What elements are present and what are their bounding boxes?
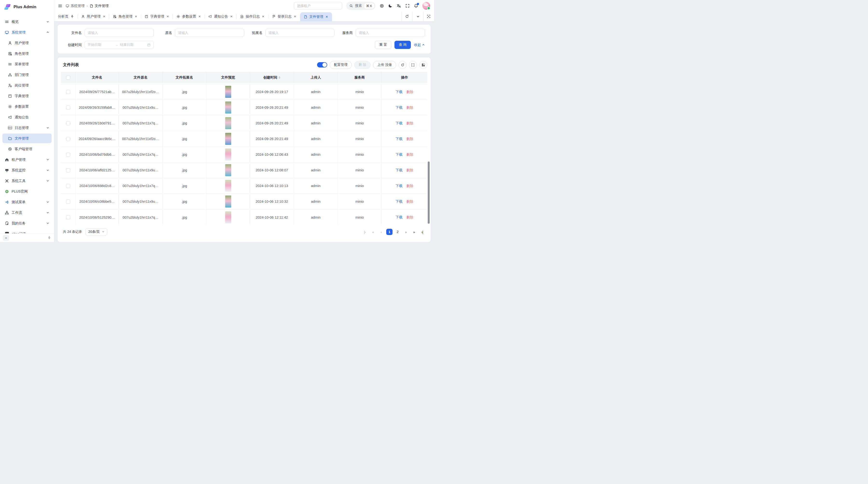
sidebar-item-test-menu[interactable]: 测试菜单: [2, 197, 52, 207]
delete-link[interactable]: 删除: [406, 152, 413, 157]
file-preview-image[interactable]: [225, 195, 231, 207]
download-link[interactable]: 下载: [396, 137, 403, 141]
tab-dict-management[interactable]: 字典管理 ✕: [141, 11, 173, 21]
next-page-icon[interactable]: ›: [403, 229, 409, 235]
sidebar-item-param-settings[interactable]: 参数设置: [2, 102, 52, 111]
file-preview-image[interactable]: [225, 86, 231, 98]
download-link[interactable]: 下载: [396, 184, 403, 188]
file-preview-image[interactable]: [225, 101, 231, 114]
tab-file-management[interactable]: 文件管理 ✕: [300, 12, 332, 21]
column-settings-icon[interactable]: [419, 61, 427, 69]
sidebar-item-client-management[interactable]: 客户端管理: [2, 144, 52, 154]
row-checkbox[interactable]: [66, 137, 70, 141]
original-name-input[interactable]: [175, 29, 244, 37]
select-all-checkbox[interactable]: [66, 75, 70, 79]
last-page-icon[interactable]: ›|: [419, 229, 425, 235]
sidebar-collapse-button[interactable]: «: [3, 235, 9, 241]
sidebar-toggle-icon[interactable]: [58, 4, 62, 8]
tabs-menu-chevron-icon[interactable]: [412, 11, 423, 21]
sidebar-item-tenant-management[interactable]: 租户管理: [2, 155, 52, 164]
table-scrollbar-thumb[interactable]: [428, 161, 430, 224]
sidebar-item-post-management[interactable]: 岗位管理: [2, 80, 52, 90]
sort-icons[interactable]: [278, 76, 280, 79]
close-icon[interactable]: ✕: [261, 15, 265, 18]
close-icon[interactable]: ✕: [293, 15, 297, 18]
row-checkbox[interactable]: [66, 105, 70, 110]
col-create-time[interactable]: 创建时间: [250, 72, 294, 83]
row-checkbox[interactable]: [66, 121, 70, 125]
tenant-select[interactable]: [294, 2, 342, 10]
download-link[interactable]: 下载: [396, 215, 403, 220]
sidebar-item-log-management[interactable]: DEV 日志管理: [2, 123, 52, 133]
download-link[interactable]: 下载: [396, 168, 403, 172]
page-number-1[interactable]: 1: [386, 229, 393, 235]
download-link[interactable]: 下载: [396, 152, 403, 157]
breadcrumb-parent[interactable]: 系统管理: [66, 4, 85, 8]
jump-back-icon[interactable]: «: [370, 229, 376, 235]
search-toggle[interactable]: [317, 62, 327, 67]
file-preview-image[interactable]: [225, 133, 231, 145]
sidebar-item-user-management[interactable]: 用户管理: [2, 38, 52, 48]
pin-icon[interactable]: [48, 236, 51, 239]
tab-login-log[interactable]: 登录日志 ✕: [268, 11, 300, 21]
collapse-filter-link[interactable]: 收起: [414, 43, 425, 47]
file-preview-image[interactable]: [225, 149, 231, 161]
reset-button[interactable]: 重 置: [375, 41, 391, 49]
file-preview-image[interactable]: [225, 180, 231, 192]
dark-mode-moon-icon[interactable]: [388, 4, 393, 8]
fullscreen-icon[interactable]: [405, 4, 410, 8]
delete-link[interactable]: 删除: [406, 199, 413, 204]
sidebar-item-dict-management[interactable]: 字典管理: [2, 91, 52, 101]
tab-param-settings[interactable]: 参数设置 ✕: [173, 11, 205, 21]
row-checkbox[interactable]: [66, 168, 70, 172]
search-button[interactable]: 查 询: [395, 41, 411, 49]
page-size-select[interactable]: 20条/页: [85, 228, 107, 235]
row-checkbox[interactable]: [66, 90, 70, 94]
tab-operation-log[interactable]: 操作日志 ✕: [237, 11, 268, 21]
close-icon[interactable]: ✕: [166, 15, 169, 18]
notifications-bell-icon[interactable]: [414, 4, 418, 8]
tab-user-management[interactable]: 用户管理 ✕: [78, 11, 110, 21]
file-preview-image[interactable]: [225, 117, 231, 129]
sidebar-item-workflow[interactable]: 工作流: [2, 208, 52, 218]
download-link[interactable]: 下载: [396, 199, 403, 204]
delete-link[interactable]: 删除: [406, 105, 413, 110]
tab-notice[interactable]: 通知公告 ✕: [205, 11, 237, 21]
close-icon[interactable]: ✕: [198, 15, 201, 18]
tab-role-management[interactable]: 角色管理 ✕: [109, 11, 141, 21]
delete-link[interactable]: 删除: [406, 168, 413, 172]
app-logo[interactable]: Plus Admin: [0, 0, 54, 14]
language-translate-icon[interactable]: [397, 4, 401, 8]
delete-link[interactable]: 删除: [406, 184, 413, 188]
file-preview-image[interactable]: [225, 212, 231, 223]
sidebar-item-file-management[interactable]: 文件管理: [2, 133, 52, 143]
row-checkbox[interactable]: [66, 200, 70, 204]
tabs-refresh-icon[interactable]: [401, 11, 412, 21]
first-page-icon[interactable]: |‹: [362, 229, 368, 235]
close-icon[interactable]: ✕: [230, 15, 233, 18]
provider-input[interactable]: [355, 29, 425, 37]
refresh-icon[interactable]: [399, 61, 406, 69]
config-management-button[interactable]: 配置管理: [330, 61, 352, 69]
sidebar-item-system-monitor[interactable]: 系统监控: [2, 165, 52, 175]
delete-link[interactable]: 删除: [406, 137, 413, 141]
file-preview-image[interactable]: [225, 164, 231, 176]
user-avatar[interactable]: [423, 2, 430, 10]
close-icon[interactable]: ✕: [134, 15, 137, 18]
sidebar-item-department-management[interactable]: 部门管理: [2, 70, 52, 79]
settings-gear-icon[interactable]: [379, 4, 384, 8]
breadcrumb-current[interactable]: 文件管理: [90, 4, 109, 8]
filename-input[interactable]: [85, 29, 154, 37]
sidebar-item-system-tools[interactable]: 系统工具: [2, 176, 52, 186]
jump-forward-icon[interactable]: »: [411, 229, 417, 235]
download-link[interactable]: 下载: [396, 90, 403, 94]
tab-analysis[interactable]: 分析页: [54, 11, 78, 21]
pin-icon[interactable]: [70, 15, 74, 18]
delete-link[interactable]: 删除: [406, 121, 413, 126]
sidebar-item-notice[interactable]: 通知公告: [2, 112, 52, 122]
row-checkbox[interactable]: [66, 184, 70, 188]
sidebar-item-my-tasks[interactable]: 我的任务: [2, 218, 52, 228]
delete-button[interactable]: 删 除: [354, 61, 371, 69]
sidebar-item-system-management[interactable]: 系统管理: [2, 28, 52, 37]
sidebar-item-role-management[interactable]: 角色管理: [2, 49, 52, 58]
